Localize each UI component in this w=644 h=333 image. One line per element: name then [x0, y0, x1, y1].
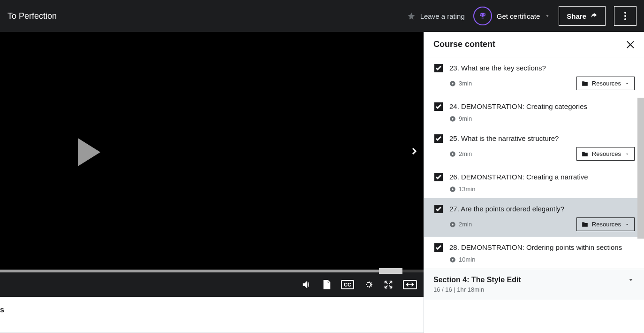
- lesson-duration: 10min: [449, 256, 475, 263]
- play-small-icon: [449, 221, 456, 228]
- svg-point-0: [624, 12, 626, 14]
- lesson-item[interactable]: 24. DEMONSTRATION: Creating categories9m…: [424, 96, 644, 128]
- get-certificate-button[interactable]: Get certificate: [473, 7, 551, 25]
- tab-strip: [0, 314, 424, 333]
- captions-button[interactable]: CC: [341, 280, 354, 289]
- chevron-down-icon: [625, 152, 629, 156]
- lesson-duration: 2min: [449, 221, 472, 228]
- chevron-down-icon: [627, 276, 635, 284]
- header-actions: Leave a rating Get certificate Share: [407, 6, 636, 26]
- lesson-list[interactable]: 23. What are the key sections?3minResour…: [424, 57, 644, 333]
- section-subtitle: 16 / 16 | 1hr 18min: [433, 286, 635, 293]
- lesson-duration: 13min: [449, 186, 475, 193]
- expand-player-button[interactable]: [403, 280, 417, 289]
- folder-icon: [582, 81, 588, 86]
- play-icon: [78, 138, 100, 166]
- app-header: To Perfection Leave a rating Get certifi…: [0, 0, 644, 32]
- lesson-meta: 2minResources: [449, 147, 635, 161]
- sidebar-title: Course content: [433, 39, 495, 49]
- lesson-body: 27. Are the points ordered elegantly?2mi…: [449, 204, 635, 231]
- chevron-down-icon: [625, 81, 629, 86]
- section-title: Section 4: The Style Edit: [433, 276, 521, 284]
- play-small-icon: [449, 80, 456, 87]
- lesson-title: 27. Are the points ordered elegantly?: [449, 204, 635, 214]
- fullscreen-icon[interactable]: [383, 279, 394, 290]
- close-icon: [626, 40, 635, 49]
- play-small-icon: [449, 151, 456, 157]
- check-icon: [436, 136, 441, 141]
- scrollbar-thumb[interactable]: [637, 98, 644, 239]
- body-area: CC s Course content 23. What are the key…: [0, 32, 644, 333]
- lesson-item[interactable]: 26. DEMONSTRATION: Creating a narrative1…: [424, 166, 644, 198]
- lesson-title: 23. What are the key sections?: [449, 63, 635, 73]
- folder-icon: [582, 151, 588, 157]
- transcript-icon[interactable]: [321, 279, 332, 290]
- lesson-meta: 9min: [449, 115, 635, 122]
- folder-icon: [582, 222, 588, 227]
- more-menu-button[interactable]: [614, 6, 636, 26]
- lesson-meta: 2minResources: [449, 217, 635, 231]
- play-button[interactable]: [78, 138, 100, 166]
- close-sidebar-button[interactable]: [626, 40, 635, 49]
- lesson-complete-checkbox[interactable]: [434, 205, 443, 213]
- lesson-title: 26. DEMONSTRATION: Creating a narrative: [449, 172, 635, 182]
- lesson-complete-checkbox[interactable]: [434, 243, 443, 252]
- trophy-progress-circle: [473, 7, 492, 25]
- share-arrow-icon: [590, 12, 598, 20]
- volume-icon[interactable]: [302, 279, 312, 290]
- resources-button[interactable]: Resources: [576, 147, 635, 161]
- progress-fill: [0, 270, 402, 272]
- resources-button[interactable]: Resources: [576, 217, 635, 231]
- section-header[interactable]: Section 4: The Style Edit16 / 16 | 1hr 1…: [424, 269, 644, 300]
- video-player-area: CC s: [0, 32, 424, 333]
- chevron-down-icon: [625, 222, 629, 227]
- lesson-body: 26. DEMONSTRATION: Creating a narrative1…: [449, 172, 635, 193]
- below-video-tabs: s: [0, 297, 424, 333]
- svg-point-2: [624, 18, 626, 20]
- lesson-complete-checkbox[interactable]: [434, 64, 443, 72]
- settings-gear-icon[interactable]: [364, 279, 374, 290]
- check-icon: [436, 66, 441, 70]
- video-controls: CC: [0, 272, 424, 297]
- rating-label: Leave a rating: [420, 12, 465, 20]
- lesson-item[interactable]: 28. DEMONSTRATION: Ordering points withi…: [424, 237, 644, 269]
- lesson-title: 25. What is the narrative structure?: [449, 133, 635, 143]
- lesson-meta: 10min: [449, 256, 635, 263]
- kebab-icon: [624, 12, 626, 20]
- play-small-icon: [449, 256, 456, 263]
- chevron-right-icon: [409, 146, 420, 157]
- lesson-complete-checkbox[interactable]: [434, 173, 443, 181]
- expand-horizontal-icon: [406, 282, 414, 287]
- lesson-duration: 3min: [449, 80, 472, 87]
- sidebar-header: Course content: [424, 32, 644, 57]
- lesson-title: 24. DEMONSTRATION: Creating categories: [449, 101, 635, 111]
- lesson-item[interactable]: 23. What are the key sections?3minResour…: [424, 57, 644, 96]
- video-canvas[interactable]: [0, 32, 424, 272]
- share-label: Share: [567, 12, 586, 20]
- next-lesson-button[interactable]: [409, 146, 420, 159]
- course-title: To Perfection: [8, 11, 57, 21]
- star-icon: [407, 12, 416, 20]
- lesson-duration: 9min: [449, 115, 472, 122]
- lesson-duration: 2min: [449, 150, 472, 157]
- check-icon: [436, 207, 441, 211]
- play-small-icon: [449, 116, 456, 122]
- lesson-body: 24. DEMONSTRATION: Creating categories9m…: [449, 101, 635, 122]
- lesson-item[interactable]: 27. Are the points ordered elegantly?2mi…: [424, 198, 644, 237]
- lesson-complete-checkbox[interactable]: [434, 102, 443, 111]
- lesson-body: 28. DEMONSTRATION: Ordering points withi…: [449, 242, 635, 263]
- resources-button[interactable]: Resources: [576, 77, 635, 90]
- share-button[interactable]: Share: [559, 6, 606, 26]
- lesson-title: 28. DEMONSTRATION: Ordering points withi…: [449, 242, 635, 252]
- lesson-complete-checkbox[interactable]: [434, 134, 443, 143]
- lesson-body: 23. What are the key sections?3minResour…: [449, 63, 635, 90]
- lesson-item[interactable]: 25. What is the narrative structure?2min…: [424, 128, 644, 166]
- check-icon: [436, 245, 441, 250]
- progress-thumb[interactable]: [379, 268, 402, 274]
- video-progress-bar[interactable]: [0, 270, 424, 272]
- leave-rating-button[interactable]: Leave a rating: [407, 12, 465, 20]
- play-small-icon: [449, 186, 456, 193]
- tab-partial[interactable]: s: [0, 306, 424, 314]
- check-icon: [436, 175, 441, 179]
- trophy-icon: [478, 12, 487, 20]
